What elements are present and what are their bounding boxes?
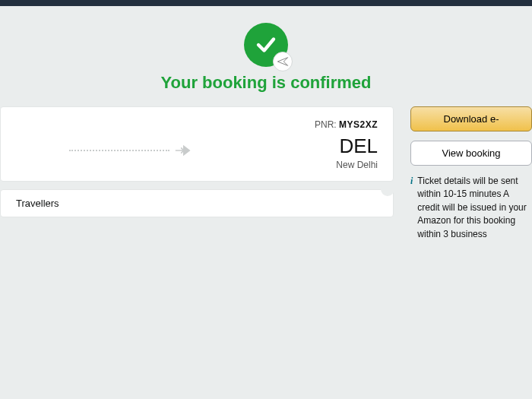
flight-summary-card: PNR: MYS2XZ DEL New Delhi [0,106,394,182]
notice-text: Ticket details will be sent within 10-15… [417,175,532,241]
airplane-icon [277,55,289,68]
checkmark-icon [255,33,277,56]
ticket-info-notice: i Ticket details will be sent within 10-… [410,175,532,241]
airplane-badge-icon [273,52,293,71]
route-plane-icon [174,142,191,159]
travellers-label: Travellers [16,198,59,209]
flight-route [69,144,191,159]
confirmation-header: Your booking is confirmed [0,6,532,106]
top-nav-bar [0,0,532,6]
travellers-card[interactable]: Travellers [0,189,394,217]
download-eticket-button[interactable]: Download e- [410,106,532,131]
confirmation-title: Your booking is confirmed [0,73,532,93]
success-check-icon [244,23,288,67]
info-icon: i [410,175,413,241]
pnr-value: MYS2XZ [339,119,378,130]
pnr-label: PNR: [315,119,337,130]
destination-city: New Delhi [16,160,378,170]
pnr-line: PNR: MYS2XZ [16,119,378,130]
view-booking-button[interactable]: View booking [410,141,532,166]
